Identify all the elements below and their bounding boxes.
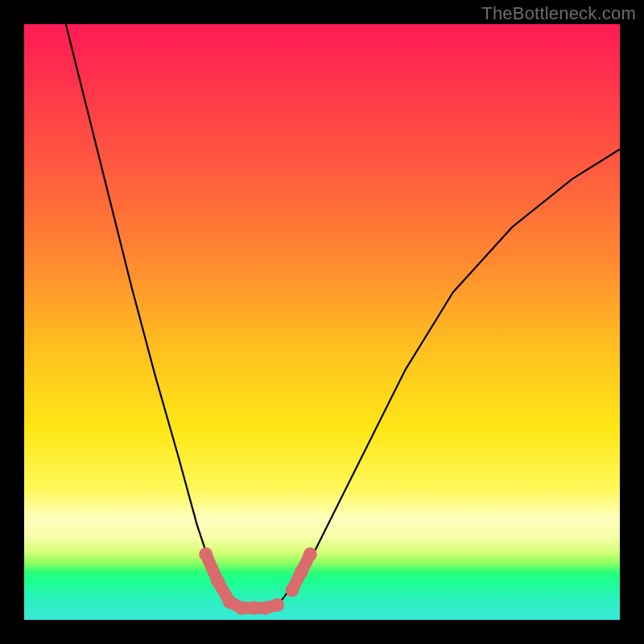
marker-dot [223, 595, 237, 609]
marker-dot [199, 547, 213, 561]
marker-dot [211, 574, 225, 588]
marker-dot [246, 601, 260, 615]
marker-dot [303, 547, 317, 561]
marker-dot [258, 601, 272, 615]
plot-area [24, 24, 620, 620]
curve-left [66, 24, 233, 602]
curve-layer [24, 24, 620, 620]
marker-dot [286, 584, 299, 597]
marker-dot [295, 565, 308, 579]
watermark-text: TheBottleneck.com [481, 3, 636, 24]
curve-right [280, 149, 620, 601]
marker-dot [235, 601, 249, 615]
marker-dot [270, 598, 284, 612]
chart-frame: TheBottleneck.com [0, 0, 644, 644]
